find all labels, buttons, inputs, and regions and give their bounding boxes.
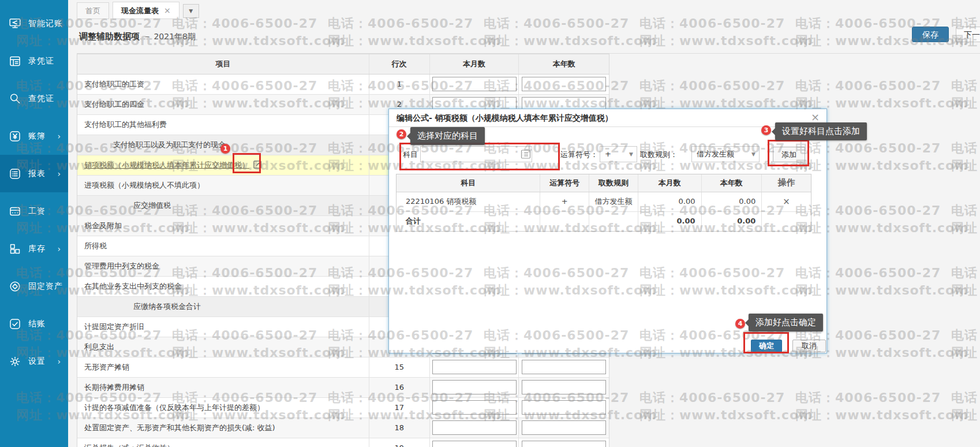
total-action-cell bbox=[762, 212, 811, 231]
year-amount-input[interactable] bbox=[522, 380, 606, 394]
formula-col-header: 操作 bbox=[762, 174, 811, 192]
year-amount-input[interactable] bbox=[522, 360, 606, 374]
row-project-cell: 支付给职工的四金 bbox=[77, 95, 369, 114]
sidebar-item-10[interactable]: 设置› bbox=[0, 342, 68, 380]
month-amount-input[interactable] bbox=[432, 380, 517, 394]
formula-col-header: 取数规则 bbox=[589, 174, 638, 192]
step-2-badge: 2 bbox=[397, 129, 406, 139]
operator-select[interactable]: + ▼ bbox=[600, 146, 637, 162]
row-project-cell: 在其他业务支出中列支的税金 bbox=[77, 277, 369, 296]
chevron-down-icon: ▼ bbox=[629, 147, 633, 162]
formula-col-header: 运算符号 bbox=[540, 174, 589, 192]
formula-operator: + bbox=[540, 192, 589, 211]
tab-cash-flow-label: 现金流量表 bbox=[121, 6, 159, 15]
delete-row-icon[interactable]: × bbox=[762, 192, 811, 211]
month-amount-input[interactable] bbox=[432, 441, 517, 447]
row-project-cell: 计提的各项减值准备（仅反映本年与上年计提的差额） bbox=[77, 398, 369, 418]
watermark-text: 电话：4006-6500-27网址：www.tdxsoft.com bbox=[951, 77, 980, 112]
watermark-text: 电话：4006-6500-27网址：www.tdxsoft.com bbox=[639, 389, 813, 424]
step-4-badge: 4 bbox=[735, 319, 745, 329]
voucher-search-icon bbox=[9, 92, 21, 105]
subject-input[interactable] bbox=[420, 146, 532, 162]
operator-value: + bbox=[605, 150, 611, 158]
row-project-cell: 支付给职工的其他福利费 bbox=[77, 115, 369, 135]
row-project-cell: 销项税额（小规模纳税人填本年累计应交增值税） bbox=[77, 155, 369, 175]
formula-month-value: 0.00 bbox=[638, 192, 702, 211]
save-button[interactable]: 保存 bbox=[912, 27, 949, 42]
formula-row: 22210106 销项税额+借方发生额0.000.00× bbox=[397, 192, 811, 212]
add-button[interactable]: 添加 bbox=[773, 147, 805, 162]
watermark-text: 电话：4006-6500-27网址：www.tdxsoft.com bbox=[639, 15, 813, 50]
tab-dropdown-button[interactable]: ▼ bbox=[183, 4, 199, 18]
step-3-badge: 3 bbox=[761, 125, 771, 135]
sidebar-item-3[interactable]: 查凭证 bbox=[0, 80, 68, 117]
year-amount-input[interactable] bbox=[522, 420, 606, 435]
row-year-cell bbox=[519, 418, 609, 438]
month-amount-input[interactable] bbox=[432, 400, 517, 415]
month-amount-input[interactable] bbox=[432, 420, 517, 435]
tab-close-icon[interactable]: × bbox=[164, 6, 171, 15]
settings-icon bbox=[9, 355, 21, 368]
row-line-number: 19 bbox=[369, 438, 430, 447]
ledger-icon bbox=[9, 130, 21, 143]
row-month-cell bbox=[430, 438, 519, 447]
sidebar-item-label: 录凭证 bbox=[28, 56, 54, 66]
sidebar-item-2[interactable]: 录凭证 bbox=[0, 42, 68, 80]
sidebar-item-label: 查凭证 bbox=[28, 94, 54, 104]
page-title: 调整辅助数据项 bbox=[79, 31, 140, 42]
tab-home[interactable]: 首页 bbox=[77, 2, 109, 19]
watermark-text: 电话：4006-6500-27网址：www.tdxsoft.com bbox=[639, 77, 813, 112]
sidebar-item-8[interactable]: 固定资产 bbox=[0, 267, 68, 305]
watermark-text: 电话：4006-6500-27网址：www.tdxsoft.com bbox=[795, 77, 968, 112]
page-title-row: 调整辅助数据项－ 2021年8期 bbox=[79, 31, 196, 42]
row-project-cell: 利息支出 bbox=[77, 337, 369, 357]
tab-cash-flow[interactable]: 现金流量表× bbox=[113, 2, 179, 19]
sidebar-item-6[interactable]: 工资 bbox=[0, 192, 68, 230]
row-line-number: 16 bbox=[369, 378, 430, 397]
row-month-cell bbox=[430, 418, 519, 438]
chevron-right-icon: › bbox=[57, 245, 61, 253]
row-project-cell: 长期待摊费用摊销 bbox=[77, 378, 369, 397]
sidebar-item-label: 智能记账 bbox=[28, 18, 63, 29]
voucher-entry-icon bbox=[9, 55, 21, 68]
row-month-cell bbox=[430, 357, 519, 377]
cancel-button[interactable]: 取消 bbox=[792, 340, 826, 352]
row-line-number: 15 bbox=[369, 357, 430, 377]
row-project-cell: 应交增值税 bbox=[77, 196, 369, 215]
edit-formula-icon[interactable] bbox=[253, 157, 263, 167]
sidebar-item-4[interactable]: 账簿› bbox=[0, 117, 68, 155]
row-project-cell: 处置固定资产、无形资产和其他长期资产的损失(减: 收益) bbox=[77, 418, 369, 438]
watermark-text: 电话：4006-6500-27网址：www.tdxsoft.com bbox=[795, 389, 968, 424]
next-step-button[interactable]: 下一步 bbox=[956, 27, 980, 42]
year-amount-input[interactable] bbox=[522, 441, 606, 447]
row-month-cell bbox=[430, 74, 519, 94]
row-year-cell bbox=[519, 357, 609, 377]
sidebar-item-label: 固定资产 bbox=[28, 281, 63, 292]
sidebar-item-9[interactable]: 结账 bbox=[0, 305, 68, 342]
year-amount-input[interactable] bbox=[522, 400, 606, 415]
watermark-text: 电话：4006-6500-27网址：www.tdxsoft.com bbox=[172, 15, 345, 50]
chevron-right-icon: › bbox=[57, 132, 61, 140]
formula-year-value: 0.00 bbox=[702, 192, 762, 211]
total-month-value: 0.00 bbox=[638, 212, 702, 231]
close-icon[interactable]: × bbox=[811, 112, 820, 122]
subject-picker-icon[interactable] bbox=[521, 149, 531, 159]
watermark-text: 电话：4006-6500-27网址：www.tdxsoft.com bbox=[328, 15, 501, 50]
chevron-right-icon: › bbox=[57, 170, 61, 178]
sidebar-item-7[interactable]: 库存› bbox=[0, 230, 68, 267]
sidebar-item-5[interactable]: 报表› bbox=[0, 155, 68, 192]
sidebar-item-1[interactable]: 智能记账 bbox=[0, 5, 68, 42]
modal-title: 编辑公式- 销项税额（小规模纳税人填本年累计应交增值税） bbox=[389, 109, 826, 127]
rule-select[interactable]: 借方发生额 ▼ bbox=[691, 146, 760, 162]
row-line-number: 17 bbox=[369, 398, 430, 418]
col-header-year: 本年数 bbox=[519, 54, 609, 74]
step-1-badge: 1 bbox=[220, 144, 230, 154]
table-row: 长期待摊费用摊销16 bbox=[77, 378, 609, 398]
highlight-row-label[interactable]: 销项税额（小规模纳税人填本年累计应交增值税） bbox=[84, 161, 249, 169]
step-4-tooltip: 添加好点击确定 bbox=[749, 314, 823, 331]
month-amount-input[interactable] bbox=[432, 77, 517, 91]
step-3-tooltip: 设置好科目点击添加 bbox=[775, 122, 867, 140]
ok-button[interactable]: 确定 bbox=[751, 340, 782, 352]
year-amount-input[interactable] bbox=[522, 77, 606, 91]
month-amount-input[interactable] bbox=[432, 360, 517, 374]
